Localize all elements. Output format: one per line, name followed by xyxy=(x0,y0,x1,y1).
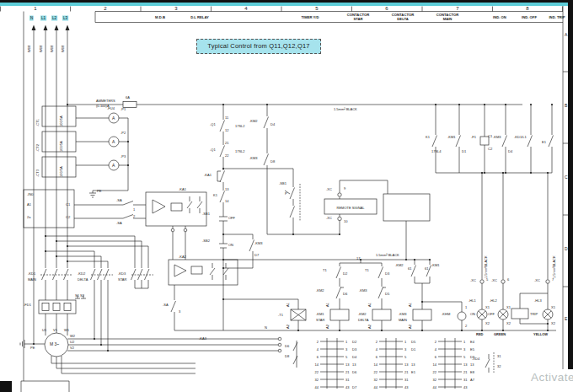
diagram-label: -F1 xyxy=(471,135,477,139)
diagram-label: A2 xyxy=(286,324,290,329)
diagram-label: W2 xyxy=(70,334,76,338)
diagram-label: 1.5mm²BLACK xyxy=(484,255,488,278)
diagram-label: 61 xyxy=(425,266,429,271)
terminal-pin: 22 xyxy=(315,370,319,374)
terminal-ref: E8 xyxy=(470,370,475,374)
watermark: Activate xyxy=(531,371,573,384)
header-section: IND. ON xyxy=(493,15,506,19)
diagram-label: PE xyxy=(97,189,102,193)
diagram-label: -KM3 xyxy=(399,312,407,316)
terminal-ref: 13 xyxy=(352,362,356,367)
diagram-label: 6 xyxy=(507,277,510,282)
terminal-pin: 31 xyxy=(463,378,468,382)
diagram-label: YELLOW xyxy=(533,332,548,336)
diagram-label: A1 xyxy=(27,202,32,207)
diagram-label: A xyxy=(112,163,115,168)
terminal-ref: 13 xyxy=(411,362,415,367)
diagram-label: 5 xyxy=(486,277,489,282)
diagram-label: -T1 xyxy=(278,313,284,317)
terminal-pin: 22 xyxy=(374,370,378,374)
diagram-label: -P2 xyxy=(120,131,126,135)
diagram-label: -IN0 xyxy=(27,192,34,196)
terminal-ref: D4 xyxy=(352,355,357,359)
terminal-pin: 5 xyxy=(463,355,466,359)
diagram-label: 9 xyxy=(344,186,346,191)
diagram-label: 1.5mm²BLACK xyxy=(552,255,556,278)
diagram-label: N xyxy=(265,325,267,330)
terminal-ref: D6 xyxy=(352,370,357,374)
diagram-label: P xyxy=(285,191,287,196)
diagram-label: -SA xyxy=(116,221,122,225)
terminal-pin: 14 xyxy=(315,362,319,367)
diagram-label: L1 xyxy=(41,16,46,20)
diagram-label: A xyxy=(112,115,115,121)
diagram-label: TRIP xyxy=(530,312,538,316)
diagram-label: 100/5A xyxy=(59,141,63,152)
diagram-label: -KM3 xyxy=(359,288,367,293)
diagram-label: C2 xyxy=(66,215,71,219)
terminal-strips xyxy=(320,338,462,389)
diagram-label: D6 xyxy=(343,292,348,296)
diagram-label: -KHM xyxy=(442,312,450,316)
diagram-label: U2 xyxy=(70,340,75,344)
ruler-column: 2 xyxy=(104,6,107,11)
diagram-label: -FD1 xyxy=(24,303,32,307)
diagram-label: W08 xyxy=(27,45,31,52)
diagram-label: -KM3 xyxy=(249,156,258,160)
diagram-label: -XC xyxy=(491,278,497,282)
diagram-label: REMOTE SIGNAL xyxy=(337,206,366,210)
diagram-label: 17 xyxy=(356,256,361,260)
diagram-label: D8 xyxy=(270,159,276,164)
diagram-label: -KD1/L1 xyxy=(514,135,527,139)
diagram-label: A1 xyxy=(367,302,372,307)
diagram-label: -KM2 xyxy=(316,288,324,293)
terminal-pin: 44 xyxy=(433,385,437,389)
terminal-pin: 43 xyxy=(463,385,468,389)
ruler-column: 5 xyxy=(315,6,319,11)
diagram-label: U1 xyxy=(42,328,47,332)
diagram-label: -XC xyxy=(326,187,332,191)
diagram-label: K1 xyxy=(213,193,218,197)
diagram-label: D6 xyxy=(285,344,290,348)
diagram-label: 22 xyxy=(225,153,229,158)
diagram-label: 17SL2 xyxy=(235,124,245,128)
terminal-pin: 1 xyxy=(345,340,348,344)
terminal-pin: 4 xyxy=(317,347,319,352)
diagram-label: A1 xyxy=(325,302,329,307)
header-section: IND. OFF xyxy=(522,15,537,19)
diagram-label: 13 xyxy=(225,187,229,191)
diagram-label: X1 xyxy=(506,305,511,309)
diagram-label: 2a xyxy=(27,215,31,219)
diagram-label: M 3~ xyxy=(50,341,59,346)
diagram-label: W08 xyxy=(39,45,43,52)
terminal-pin: 2 xyxy=(317,340,319,344)
title-callout: Typical Control from Q11,Q12,Q17 xyxy=(196,39,321,54)
frame-row-letter: E xyxy=(565,316,568,321)
terminal-pin: 3 xyxy=(463,347,466,352)
diagram-label: A2 xyxy=(325,324,329,329)
diagram-label: 100/5A xyxy=(59,166,63,177)
diagram-label: -P1 xyxy=(120,107,126,111)
diagram-label: -KM3 xyxy=(493,135,501,139)
terminal-ref: D3 xyxy=(352,347,357,352)
diagram-label: V1 xyxy=(53,328,58,332)
diagram-label: A2 xyxy=(408,324,412,329)
diagram-label: C1 xyxy=(66,202,71,207)
header-section: M.D.B xyxy=(155,15,165,19)
diagram-label: 1 xyxy=(465,305,468,309)
diagram-label: -KM3 xyxy=(254,241,263,245)
diagram-label: STAR xyxy=(316,318,324,322)
diagram-label: -KA1 xyxy=(204,173,212,177)
diagram-label: W1 xyxy=(64,328,70,332)
terminal-ref: D5 xyxy=(411,340,416,344)
terminal-pin: 6 xyxy=(317,355,319,359)
diagram-label: OFF xyxy=(228,216,236,220)
diagram-label: D3 xyxy=(385,271,390,276)
terminal-ref: D1 xyxy=(411,347,416,352)
diagram-label: -SB1 xyxy=(202,212,211,216)
diagram-label: A2 xyxy=(367,324,372,329)
frame-row-letter: A xyxy=(565,32,568,37)
terminal-pin: 5 xyxy=(345,355,348,359)
terminal-pin: 13 xyxy=(404,362,409,367)
terminal-pin: 6 xyxy=(435,355,437,359)
